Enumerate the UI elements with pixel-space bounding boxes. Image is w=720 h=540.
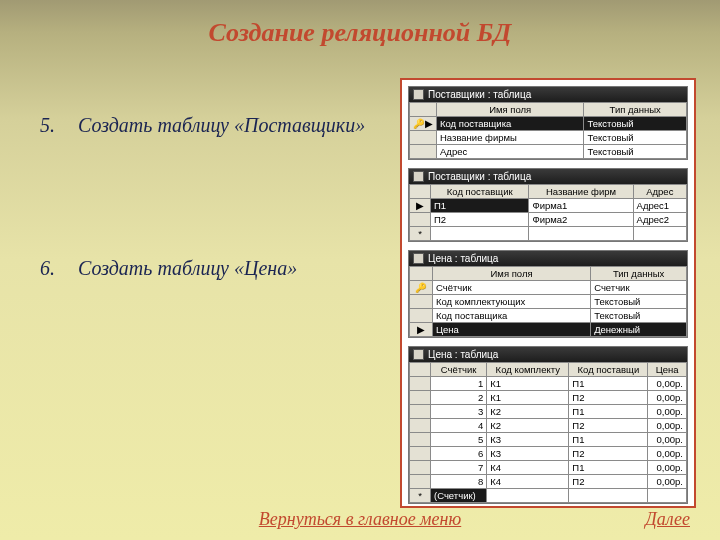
- step-number: 5.: [40, 114, 78, 137]
- data-row-new: *(Счетчик): [410, 489, 687, 503]
- data-row: 6К3П20,00р.: [410, 447, 687, 461]
- col-fieldname: Имя поля: [433, 267, 591, 281]
- field-row: 🔑 Счётчик Счетчик: [410, 281, 687, 295]
- back-link[interactable]: Вернуться в главное меню: [259, 509, 461, 530]
- data-row: 8К4П20,00р.: [410, 475, 687, 489]
- col-selector: [410, 103, 437, 117]
- field-type: Текстовый: [584, 117, 687, 131]
- window-icon: [413, 253, 424, 264]
- key-icon: 🔑: [410, 281, 433, 295]
- data-row: ▶ П1 Фирма1 Адрес1: [410, 199, 687, 213]
- step-6: 6. Создать таблицу «Цена»: [40, 257, 380, 280]
- field-name: Код поставщика: [437, 117, 584, 131]
- field-row: Код поставщика Текстовый: [410, 309, 687, 323]
- window-caption: Цена : таблица: [428, 253, 498, 264]
- design-grid: Имя поля Тип данных 🔑 Счётчик Счетчик Ко…: [409, 266, 687, 337]
- step-number: 6.: [40, 257, 78, 280]
- field-type: Текстовый: [584, 131, 687, 145]
- data-row: 5К3П10,00р.: [410, 433, 687, 447]
- nav-links: Вернуться в главное меню Далее: [0, 509, 720, 530]
- window-icon: [413, 171, 424, 182]
- access-window-suppliers-data: Поставщики : таблица Код поставщик Назва…: [408, 168, 688, 242]
- data-row: 2К1П20,00р.: [410, 391, 687, 405]
- data-row: 1К1П10,00р.: [410, 377, 687, 391]
- col-datatype: Тип данных: [584, 103, 687, 117]
- access-window-price-design: Цена : таблица Имя поля Тип данных 🔑 Счё…: [408, 250, 688, 338]
- field-name: Адрес: [437, 145, 584, 159]
- access-window-suppliers-design: Поставщики : таблица Имя поля Тип данных…: [408, 86, 688, 160]
- steps-list: 5. Создать таблицу «Поставщики» 6. Созда…: [40, 114, 380, 400]
- access-window-price-data: Цена : таблица Счётчик Код комплекту Код…: [408, 346, 688, 504]
- data-row: П2 Фирма2 Адрес2: [410, 213, 687, 227]
- data-row: 4К2П20,00р.: [410, 419, 687, 433]
- field-row: ▶ Цена Денежный: [410, 323, 687, 337]
- window-caption: Цена : таблица: [428, 349, 498, 360]
- col-code: Код поставщик: [431, 185, 529, 199]
- window-caption: Поставщики : таблица: [428, 89, 531, 100]
- field-row: Адрес Текстовый: [410, 145, 687, 159]
- field-name: Название фирмы: [437, 131, 584, 145]
- screenshots-panel: Поставщики : таблица Имя поля Тип данных…: [400, 78, 696, 508]
- col-datatype: Тип данных: [591, 267, 687, 281]
- datasheet: Счётчик Код комплекту Код поставщи Цена …: [409, 362, 687, 503]
- field-row: Название фирмы Текстовый: [410, 131, 687, 145]
- col-addr: Адрес: [633, 185, 686, 199]
- step-5: 5. Создать таблицу «Поставщики»: [40, 114, 380, 137]
- data-row-new: *: [410, 227, 687, 241]
- datasheet: Код поставщик Название фирм Адрес ▶ П1 Ф…: [409, 184, 687, 241]
- next-link[interactable]: Далее: [645, 509, 690, 530]
- window-icon: [413, 349, 424, 360]
- key-icon: 🔑▶: [410, 117, 437, 131]
- step-text: Создать таблицу «Поставщики»: [78, 114, 380, 137]
- design-grid: Имя поля Тип данных 🔑▶ Код поставщика Те…: [409, 102, 687, 159]
- window-icon: [413, 89, 424, 100]
- page-title: Создание реляционной БД: [0, 18, 720, 48]
- data-row: 3К2П10,00р.: [410, 405, 687, 419]
- field-row: 🔑▶ Код поставщика Текстовый: [410, 117, 687, 131]
- field-row: Код комплектующих Текстовый: [410, 295, 687, 309]
- step-text: Создать таблицу «Цена»: [78, 257, 380, 280]
- col-fieldname: Имя поля: [437, 103, 584, 117]
- window-caption: Поставщики : таблица: [428, 171, 531, 182]
- col-name: Название фирм: [529, 185, 633, 199]
- data-row: 7К4П10,00р.: [410, 461, 687, 475]
- field-type: Текстовый: [584, 145, 687, 159]
